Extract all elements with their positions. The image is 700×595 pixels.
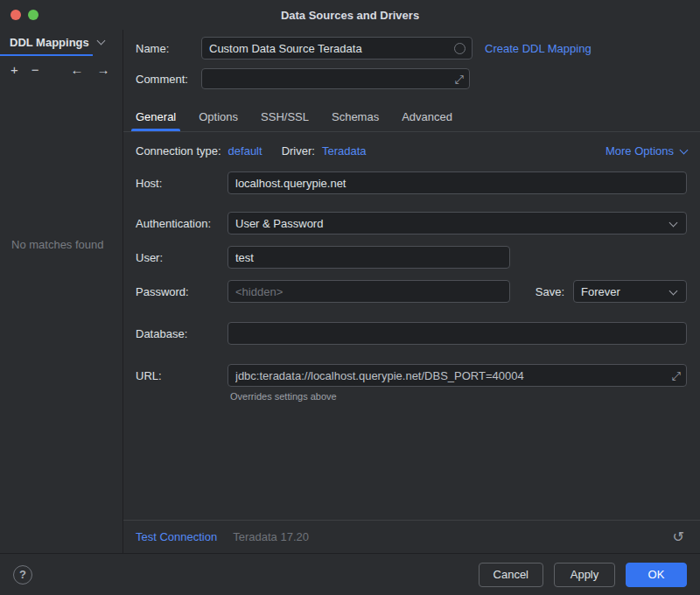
minus-icon: − <box>32 62 39 77</box>
cancel-button[interactable]: Cancel <box>479 563 543 587</box>
sidebar-empty-text: No matches found <box>0 238 122 251</box>
window-title: Data Sources and Drivers <box>281 9 419 22</box>
host-input[interactable] <box>228 172 687 194</box>
help-button[interactable]: ? <box>13 565 32 584</box>
apply-button[interactable]: Apply <box>554 563 615 587</box>
url-hint: Overrides settings above <box>230 391 687 402</box>
tab-ssh-ssl[interactable]: SSH/SSL <box>254 105 316 131</box>
password-label: Password: <box>136 285 228 298</box>
more-options-label: More Options <box>606 144 674 158</box>
chevron-down-icon <box>669 287 678 296</box>
name-input[interactable] <box>201 37 472 60</box>
user-label: User: <box>136 251 228 264</box>
traffic-lights <box>10 10 38 20</box>
comment-label: Comment: <box>136 73 201 86</box>
sidebar-toolbar: + − ← → <box>0 58 122 84</box>
zoom-button[interactable] <box>28 10 38 20</box>
bottom-bar: ? Cancel Apply OK <box>0 553 700 595</box>
sidebar-view-selector-label: DDL Mappings <box>10 36 89 49</box>
authentication-select-value: User & Password <box>235 217 323 230</box>
test-connection-link[interactable]: Test Connection <box>136 530 217 543</box>
back-button[interactable]: ← <box>71 63 84 77</box>
save-select-value: Forever <box>581 285 620 298</box>
database-label: Database: <box>136 327 228 340</box>
more-options-link[interactable]: More Options <box>606 144 687 158</box>
host-label: Host: <box>136 177 228 190</box>
user-input[interactable] <box>228 246 510 269</box>
data-sources-dialog: Data Sources and Drivers DDL Mappings + … <box>0 0 700 595</box>
tab-schemas[interactable]: Schemas <box>325 105 386 131</box>
connection-footer: Test Connection Teradata 17.20 ↺ <box>123 520 700 553</box>
url-expand-icon[interactable]: ⤢ <box>672 370 681 382</box>
password-input[interactable] <box>228 280 510 303</box>
authentication-select[interactable]: User & Password <box>228 212 687 234</box>
name-label: Name: <box>136 42 201 55</box>
driver-version-text: Teradata 17.20 <box>233 530 309 543</box>
save-label: Save: <box>536 285 564 298</box>
close-button[interactable] <box>10 10 21 20</box>
driver-value-link[interactable]: Teradata <box>322 144 367 158</box>
comment-expand-icon[interactable]: ⤢ <box>455 74 464 85</box>
name-field-circle-icon <box>454 43 466 54</box>
database-input[interactable] <box>228 322 687 345</box>
main-panel: Name: Create DDL Mapping Comment: ⤢ Gene… <box>123 30 700 553</box>
sidebar-selector-underline <box>0 54 93 56</box>
tab-bar: General Options SSH/SSL Schemas Advanced <box>123 105 700 132</box>
connection-type-value-link[interactable]: default <box>228 144 262 158</box>
chevron-down-icon <box>669 219 678 228</box>
forward-button[interactable]: → <box>97 63 110 77</box>
comment-input[interactable] <box>201 68 470 89</box>
titlebar: Data Sources and Drivers <box>0 0 700 30</box>
driver-label: Driver: <box>282 144 315 158</box>
tab-general[interactable]: General <box>129 105 183 131</box>
ok-button[interactable]: OK <box>626 563 687 587</box>
chevron-down-icon <box>96 37 105 46</box>
url-input[interactable] <box>228 364 687 387</box>
help-icon: ? <box>19 568 26 581</box>
tab-advanced[interactable]: Advanced <box>395 105 459 131</box>
create-ddl-mapping-link[interactable]: Create DDL Mapping <box>485 42 592 55</box>
add-button[interactable]: + <box>10 63 18 77</box>
connection-type-label: Connection type: <box>136 144 221 158</box>
url-label: URL: <box>136 369 228 382</box>
back-arrow-icon: ← <box>71 62 84 77</box>
remove-button[interactable]: − <box>32 63 39 77</box>
sidebar-view-selector[interactable]: DDL Mappings <box>0 30 122 54</box>
save-select[interactable]: Forever <box>573 280 687 303</box>
forward-arrow-icon: → <box>97 62 110 77</box>
sidebar: DDL Mappings + − ← → No matches found <box>0 30 123 553</box>
reset-icon[interactable]: ↺ <box>673 528 684 545</box>
chevron-down-icon <box>680 145 689 154</box>
tab-options[interactable]: Options <box>192 105 245 131</box>
plus-icon: + <box>10 62 18 77</box>
authentication-label: Authentication: <box>136 217 228 230</box>
